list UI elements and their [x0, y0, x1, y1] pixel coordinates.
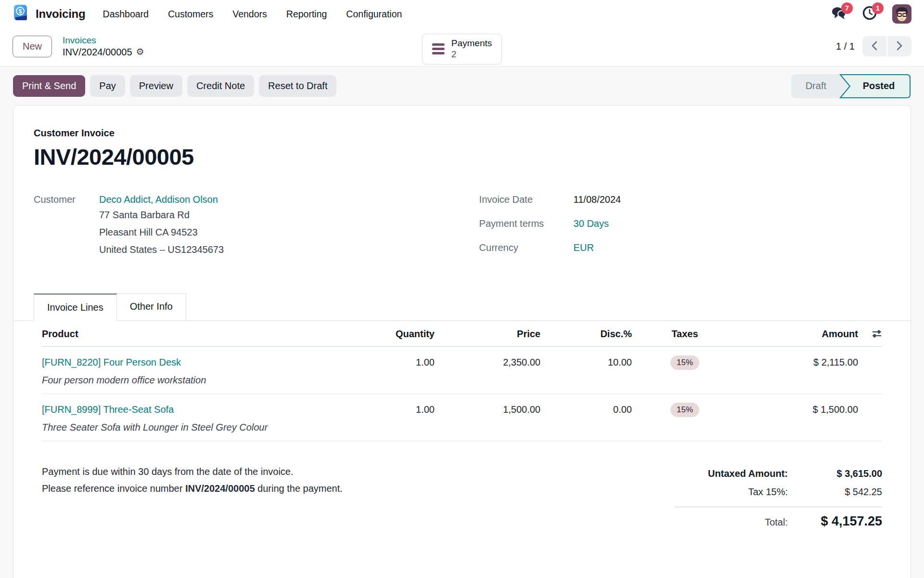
notebook-tabs: Invoice Lines Other Info [34, 293, 890, 321]
tax-value: $ 542.25 [788, 483, 882, 501]
untaxed-amount-label: Untaxed Amount: [708, 464, 788, 483]
table-header-row: Product Quantity Price Disc.% Taxes Amou… [42, 321, 882, 347]
bars-icon [432, 43, 445, 54]
pager-previous-button[interactable] [862, 36, 886, 56]
price-cell[interactable]: 2,350.00 [435, 357, 540, 368]
col-discount[interactable]: Disc.% [540, 328, 632, 340]
document-type-label: Customer Invoice [34, 128, 890, 139]
tax-badge[interactable]: 15% [670, 403, 699, 417]
total-label: Total: [765, 513, 788, 531]
status-bar: Print & Send Pay Preview Credit Note Res… [0, 66, 924, 105]
col-amount[interactable]: Amount [738, 328, 858, 340]
new-button[interactable]: New [13, 36, 52, 57]
payments-stat-button[interactable]: Payments 2 [422, 34, 502, 65]
app-name: Invoicing [36, 7, 86, 21]
payments-label: Payments [451, 38, 492, 49]
payment-terms-note: Payment is due within 30 days from the d… [42, 463, 343, 531]
invoice-number: INV/2024/00005 [34, 144, 890, 170]
payments-count: 2 [451, 49, 492, 60]
amount-cell: $ 1,500.00 [738, 404, 858, 415]
sheet-background: Customer Invoice INV/2024/00005 Customer… [0, 105, 924, 558]
total-value: $ 4,157.25 [788, 512, 882, 530]
invoicing-app-icon: $ [13, 4, 30, 24]
credit-note-button[interactable]: Credit Note [187, 75, 254, 97]
tab-invoice-lines[interactable]: Invoice Lines [34, 293, 117, 321]
top-navbar: $ Invoicing Dashboard Customers Vendors … [0, 0, 924, 28]
app-switcher[interactable]: $ Invoicing [13, 4, 86, 24]
tab-other-info[interactable]: Other Info [117, 293, 186, 321]
invoice-date-label: Invoice Date [479, 194, 574, 205]
pager-counter: 1 / 1 [836, 41, 855, 52]
reset-to-draft-button[interactable]: Reset to Draft [259, 75, 336, 97]
status-posted[interactable]: Posted [839, 74, 911, 98]
product-link[interactable]: [FURN_8220] Four Person Desk [42, 357, 362, 368]
user-avatar[interactable] [892, 4, 911, 24]
gear-icon[interactable]: ⚙ [136, 46, 144, 58]
invoice-date-value[interactable]: 11/08/2024 [574, 194, 621, 205]
menu-vendors[interactable]: Vendors [232, 9, 267, 20]
product-description[interactable]: Four person modern office workstation [42, 370, 882, 394]
pager: 1 / 1 [836, 36, 911, 56]
pay-button[interactable]: Pay [90, 75, 125, 97]
customer-label: Customer [34, 194, 99, 266]
tax-badge[interactable]: 15% [670, 355, 699, 370]
chevron-left-icon [871, 41, 878, 52]
customer-address: 77 Santa Barbara Rd Pleasant Hill CA 945… [99, 206, 224, 258]
menu-configuration[interactable]: Configuration [346, 9, 402, 20]
customer-link[interactable]: Deco Addict, Addison Olson [99, 194, 224, 205]
status-widget: Draft Posted [791, 74, 911, 98]
main-menu: Dashboard Customers Vendors Reporting Co… [103, 9, 402, 20]
quantity-cell[interactable]: 1.00 [362, 404, 435, 415]
activities-count-badge: 1 [872, 2, 884, 14]
col-taxes[interactable]: Taxes [632, 328, 738, 340]
breadcrumb-current-record: INV/2024/00005 [63, 46, 132, 58]
payment-terms-label: Payment terms [479, 218, 574, 229]
totals-block: Untaxed Amount: $ 3,615.00 Tax 15%: $ 54… [675, 464, 882, 531]
amount-cell: $ 2,115.00 [738, 357, 858, 368]
col-product[interactable]: Product [42, 328, 362, 340]
col-price[interactable]: Price [435, 328, 540, 340]
control-panel: New Invoices INV/2024/00005 ⚙ Payments 2… [0, 28, 924, 66]
table-row[interactable]: [FURN_8999] Three-Seat Sofa 1.00 1,500.0… [42, 394, 882, 441]
discount-cell[interactable]: 0.00 [540, 404, 632, 415]
invoice-form-sheet: Customer Invoice INV/2024/00005 Customer… [13, 105, 911, 578]
preview-button[interactable]: Preview [130, 75, 182, 97]
tax-label: Tax 15%: [748, 483, 788, 501]
print-and-send-button[interactable]: Print & Send [13, 75, 85, 97]
untaxed-amount-value: $ 3,615.00 [788, 464, 882, 483]
currency-value[interactable]: EUR [574, 242, 594, 253]
messages-button[interactable]: 7 [831, 6, 847, 22]
menu-dashboard[interactable]: Dashboard [103, 9, 149, 20]
pager-next-button[interactable] [887, 36, 911, 56]
optional-columns-icon[interactable] [872, 329, 882, 339]
product-description[interactable]: Three Seater Sofa with Lounger in Steel … [42, 417, 882, 441]
menu-reporting[interactable]: Reporting [286, 9, 327, 20]
breadcrumb-invoices-link[interactable]: Invoices [63, 35, 144, 46]
chevron-right-icon [896, 41, 903, 52]
messages-count-badge: 7 [841, 2, 853, 14]
product-link[interactable]: [FURN_8999] Three-Seat Sofa [42, 404, 362, 415]
discount-cell[interactable]: 10.00 [540, 357, 632, 368]
quantity-cell[interactable]: 1.00 [362, 357, 435, 368]
table-row[interactable]: [FURN_8220] Four Person Desk 1.00 2,350.… [42, 347, 882, 394]
svg-text:$: $ [18, 8, 22, 15]
payment-terms-value[interactable]: 30 Days [574, 218, 609, 229]
invoice-lines-table: Product Quantity Price Disc.% Taxes Amou… [34, 321, 890, 441]
col-quantity[interactable]: Quantity [362, 328, 435, 340]
breadcrumb: Invoices INV/2024/00005 ⚙ [63, 35, 144, 58]
currency-label: Currency [479, 242, 574, 253]
price-cell[interactable]: 1,500.00 [435, 404, 540, 415]
activities-button[interactable]: 1 [861, 6, 878, 22]
menu-customers[interactable]: Customers [168, 9, 213, 20]
status-draft[interactable]: Draft [791, 74, 839, 98]
